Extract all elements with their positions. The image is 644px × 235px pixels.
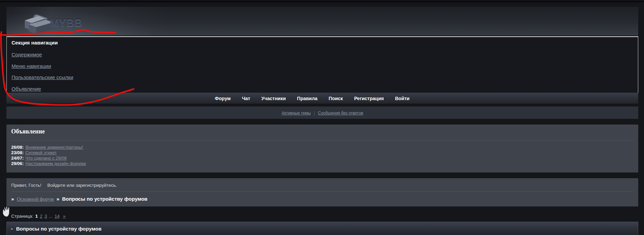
navbar-item-chat[interactable]: Чат	[242, 96, 250, 101]
collapse-arrow-icon[interactable]: ▸	[11, 227, 13, 231]
navigation-section-title: Секция навигации	[12, 40, 58, 46]
navbar-item-register[interactable]: Регистрация	[354, 96, 384, 101]
navigation-section-panel: Секция навигации Содержимое Меню навигац…	[6, 36, 638, 93]
nav-link-navigation-menu[interactable]: Меню навигации	[12, 63, 51, 69]
announcement-link[interactable]: Что сделано с 29/06	[25, 156, 67, 161]
header-banner: MYBB	[6, 7, 638, 36]
breadcrumb: » Основной форум » Вопросы по устройству…	[11, 196, 148, 202]
breadcrumb-link-main-forum[interactable]: Основной форум	[17, 196, 54, 202]
breadcrumb-arrow-icon: »	[56, 196, 59, 202]
pagination-page-3[interactable]: 3	[44, 214, 47, 219]
pagination-next-icon[interactable]: »	[63, 214, 66, 219]
forum-section-title: Вопросы по устройству форумов	[16, 226, 102, 232]
announcement-date: 26/08:	[11, 145, 24, 150]
announcement-row: 23/08:Сетевой этикет	[11, 150, 86, 156]
announcement-title: Объявление	[11, 128, 45, 135]
navbar-item-forum[interactable]: Форум	[215, 96, 231, 101]
announcement-date: 29/06:	[11, 161, 24, 166]
pagination-label: Страница:	[11, 214, 33, 219]
unanswered-posts-link[interactable]: Сообщения без ответов	[318, 111, 363, 115]
announcement-row: 26/08:Внимание администраторы!	[11, 145, 86, 150]
welcome-action: Войдите или зарегистрируйтесь.	[47, 183, 117, 188]
welcome-line: Привет, Гость! Войдите или зарегистрируй…	[11, 183, 117, 188]
breadcrumb-current: Вопросы по устройству форумов	[62, 196, 148, 202]
pagination: Страница:123...14»	[11, 214, 65, 219]
announcement-date: 23/08:	[11, 150, 24, 155]
quicklinks-bar: Активные темы | Сообщения без ответов	[6, 107, 638, 119]
announcement-date: 24/07:	[11, 156, 24, 161]
quicklinks-separator: |	[314, 111, 315, 115]
mybb-logo[interactable]: MYBB	[19, 13, 127, 35]
nav-link-user-links[interactable]: Пользовательские ссылки	[12, 74, 73, 80]
active-topics-link[interactable]: Активные темы	[282, 111, 311, 115]
announcement-row: 24/07:Что сделано с 29/06	[11, 156, 86, 161]
mybb-logo-text: MYBB	[50, 17, 82, 29]
breadcrumb-arrow-icon: »	[11, 196, 14, 202]
nav-link-contents[interactable]: Содержимое	[12, 52, 42, 57]
navbar-item-search[interactable]: Поиск	[329, 96, 343, 101]
pagination-page-14[interactable]: 14	[55, 214, 60, 219]
announcement-divider	[11, 140, 633, 141]
forum-page-container: MYBB Секция навигации Содержимое Меню на…	[6, 0, 638, 235]
pagination-current-page: 1	[35, 214, 38, 219]
announcement-link[interactable]: Внимание администраторы!	[25, 145, 83, 150]
main-navbar-items: Форум Чат Участники Правила Поиск Регист…	[215, 96, 410, 101]
forum-section-header[interactable]: ▸ Вопросы по устройству форумов	[6, 222, 638, 235]
welcome-greeting: Привет, Гость!	[11, 183, 41, 188]
navbar-item-members[interactable]: Участники	[261, 96, 286, 101]
navbar-item-rules[interactable]: Правила	[297, 96, 317, 101]
announcement-list: 26/08:Внимание администраторы! 23/08:Сет…	[11, 145, 86, 166]
navbar-item-login[interactable]: Войти	[395, 96, 410, 101]
pagination-page-2[interactable]: 2	[40, 214, 42, 219]
pagination-ellipsis: ...	[49, 214, 52, 219]
announcement-link[interactable]: Настраиваем дизайн форума	[25, 161, 86, 166]
welcome-divider	[11, 192, 633, 192]
nav-link-announcement[interactable]: Объявление	[12, 86, 41, 92]
announcement-box: Объявление 26/08:Внимание администраторы…	[6, 125, 638, 173]
welcome-box: Привет, Гость! Войдите или зарегистрируй…	[6, 178, 638, 206]
announcement-link[interactable]: Сетевой этикет	[25, 150, 57, 155]
main-navbar: Форум Чат Участники Правила Поиск Регист…	[6, 93, 638, 104]
announcement-row: 29/06:Настраиваем дизайн форума	[11, 161, 86, 166]
